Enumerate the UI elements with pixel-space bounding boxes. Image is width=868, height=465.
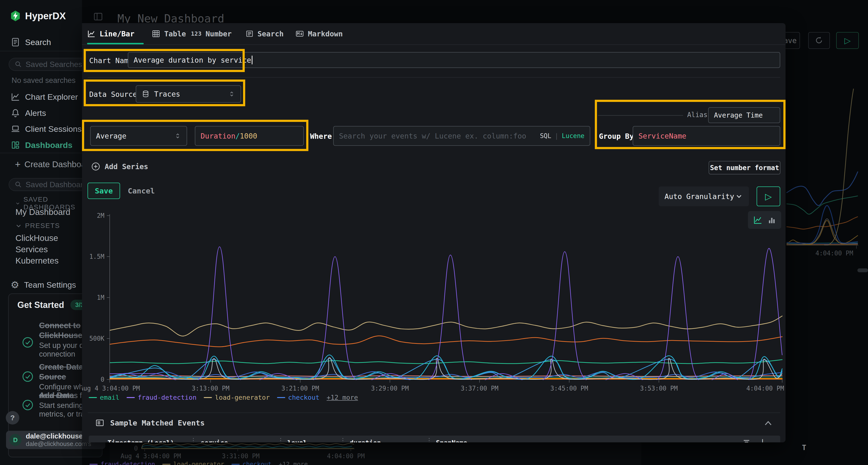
number-123-icon: 123 xyxy=(191,31,202,37)
chart-name-input[interactable]: Average duration by service xyxy=(128,52,780,68)
line-view-icon[interactable] xyxy=(753,215,763,225)
x-tick-label: 3:29:00 PM xyxy=(371,385,409,392)
page-root: My New Dashboard Save ▷ 4:04:00 PM 0 Aug… xyxy=(0,0,868,465)
group-by-input[interactable]: ServiceName xyxy=(633,126,780,146)
y-tick-label: 2M xyxy=(97,212,104,219)
query-language-toggle[interactable]: SQL | Lucene xyxy=(540,132,585,139)
legend-item[interactable]: email xyxy=(89,394,119,401)
col-timestamp[interactable]: Timestamp (Local) xyxy=(107,439,174,442)
column-separator[interactable] xyxy=(280,438,281,442)
cancel-button[interactable]: Cancel xyxy=(127,182,156,199)
series-checkout xyxy=(110,372,782,378)
aggregation-select[interactable]: Average xyxy=(90,126,187,146)
check-circle-icon xyxy=(22,399,34,411)
circle-plus-icon xyxy=(91,162,100,171)
chart-type-tabs: Line/Bar Table 123 Number Search xyxy=(82,23,785,45)
lucene-option[interactable]: Lucene xyxy=(562,132,585,139)
tab-markdown[interactable]: Markdown xyxy=(296,23,343,44)
sidebar-item-dashboards[interactable]: Dashboards xyxy=(10,140,72,150)
x-tick-label: 3:37:00 PM xyxy=(461,385,499,392)
events-table-header: Timestamp (Local) service level duration… xyxy=(89,436,780,442)
sql-option[interactable]: SQL xyxy=(540,132,551,139)
alias-label: Alias xyxy=(687,111,707,119)
series-fraud-detection xyxy=(110,247,782,383)
series-email xyxy=(110,360,782,364)
granularity-select[interactable]: Auto Granularity xyxy=(659,187,749,206)
hyperdx-logo-icon xyxy=(10,10,21,22)
brand-name[interactable]: HyperDX xyxy=(25,10,66,22)
sidebar-item-search[interactable]: Search xyxy=(10,37,51,47)
check-circle-icon xyxy=(22,371,34,383)
no-saved-searches-text: No saved searches xyxy=(11,76,75,85)
data-source-select[interactable]: Traces xyxy=(136,85,241,103)
avatar: D xyxy=(9,434,22,446)
y-tick-label: 1M xyxy=(97,294,104,301)
download-icon[interactable]: ↓ xyxy=(759,437,766,442)
expression-input[interactable]: Duration/1000 xyxy=(195,126,304,146)
laptop-icon xyxy=(10,124,20,134)
markdown-icon xyxy=(296,29,304,38)
series-other-4 xyxy=(110,376,782,376)
tab-table[interactable]: Table xyxy=(152,23,186,44)
sidebar-item-alerts[interactable]: Alerts xyxy=(10,108,46,118)
set-number-format-button[interactable]: Set number format xyxy=(709,161,780,174)
legend-more-link[interactable]: +12 more xyxy=(327,394,358,401)
col-duration[interactable]: duration xyxy=(350,439,381,442)
chart-explorer-icon xyxy=(10,92,20,102)
x-tick-label: 3:53:00 PM xyxy=(640,385,678,392)
sidebar-item-clickhouse[interactable]: ClickHouse xyxy=(16,233,58,243)
add-series-button[interactable]: Add Series xyxy=(91,162,148,171)
x-tick-label: Aug 4 3:04:00 PM xyxy=(82,385,140,392)
tab-number[interactable]: 123 Number xyxy=(191,23,232,44)
sidebar-item-my-dashboard[interactable]: My Dashboard xyxy=(16,207,70,217)
column-separator[interactable] xyxy=(429,438,430,442)
help-button[interactable]: ? xyxy=(6,411,19,425)
chevron-down-icon xyxy=(16,200,20,206)
presets-section-header[interactable]: PRESETS xyxy=(16,222,60,230)
legend-item[interactable]: load-generator xyxy=(204,394,270,401)
legend-item[interactable]: fraud-detection xyxy=(127,394,196,401)
sample-events-header: Sample Matched Events xyxy=(95,418,205,427)
sidebar-item-team-settings[interactable]: ⚙ Team Settings xyxy=(10,280,76,290)
play-icon: ▷ xyxy=(765,192,772,201)
legend-item[interactable]: checkout xyxy=(277,394,319,401)
run-chart-button[interactable]: ▷ xyxy=(756,187,780,206)
series-other-8 xyxy=(110,358,782,379)
sidebar-item-services[interactable]: Services xyxy=(16,244,48,254)
tab-line-bar[interactable]: Line/Bar xyxy=(87,23,134,44)
where-placeholder: Search your events w/ Lucene ex. column:… xyxy=(339,132,526,140)
sidebar-item-chart-explorer[interactable]: Chart Explorer xyxy=(10,92,78,102)
series-other-5 xyxy=(110,336,782,347)
create-dashboard-button[interactable]: + Create Dashboard xyxy=(15,160,93,169)
save-button[interactable]: Save xyxy=(88,182,120,199)
line-chart-icon xyxy=(87,29,96,38)
search-doc-icon xyxy=(245,30,254,38)
column-separator[interactable] xyxy=(342,438,343,442)
y-tick-label: 0 xyxy=(100,376,104,383)
chart-display-toggle[interactable] xyxy=(748,211,781,229)
sidebar-item-client-sessions[interactable]: Client Sessions xyxy=(10,124,82,134)
col-level[interactable]: level xyxy=(287,439,307,442)
bar-view-icon[interactable] xyxy=(768,215,776,224)
search-doc-icon xyxy=(10,37,20,47)
alias-input[interactable]: Average Time xyxy=(708,107,780,123)
col-spanname[interactable]: SpanName xyxy=(436,439,467,442)
user-email: dale@clickhouse.c xyxy=(26,432,91,440)
series-other-3 xyxy=(110,377,782,377)
sidebar: HyperDX Search Saved Searches No saved s… xyxy=(0,0,82,465)
column-separator[interactable] xyxy=(193,438,194,442)
check-circle-icon xyxy=(22,336,34,348)
sidebar-item-kubernetes[interactable]: Kubernetes xyxy=(16,256,59,266)
active-tab-underline xyxy=(87,43,144,44)
where-input[interactable]: Search your events w/ Lucene ex. column:… xyxy=(333,126,590,146)
y-tick-label: 500K xyxy=(89,335,104,342)
series-load-generator xyxy=(110,316,782,336)
tab-search[interactable]: Search xyxy=(245,23,283,44)
filter-icon[interactable] xyxy=(742,438,751,442)
dashboards-icon xyxy=(10,140,20,150)
y-tick-label: 1.5M xyxy=(89,253,104,260)
col-service[interactable]: service xyxy=(200,439,228,442)
x-tick-label: 3:45:00 PM xyxy=(551,385,588,392)
x-tick-label: 4:04:00 PM xyxy=(746,385,784,392)
collapse-chevron-icon[interactable] xyxy=(764,420,773,427)
